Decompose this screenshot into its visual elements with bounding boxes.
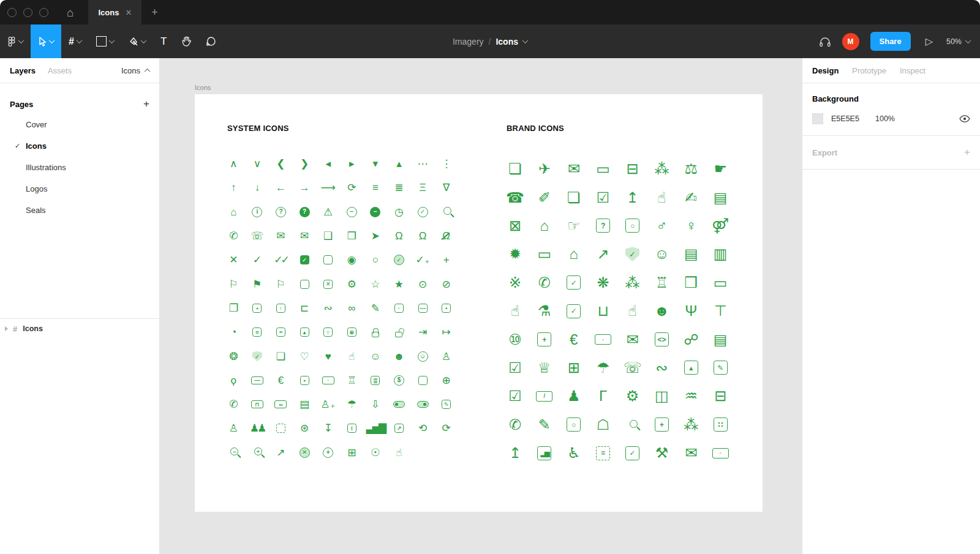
x-circle-icon[interactable]: ✕	[293, 441, 317, 465]
minus-circle-icon[interactable]: −	[340, 200, 364, 224]
trending-up-icon[interactable]: ↗	[269, 441, 293, 465]
check-add-icon[interactable]: ✓₊	[411, 248, 435, 272]
dining-table-icon[interactable]: ⊤	[706, 297, 735, 325]
euro-icon[interactable]: €	[269, 369, 293, 392]
sidebar-page-cover[interactable]: Cover	[0, 114, 159, 135]
mail-express-icon[interactable]: ✉	[618, 325, 647, 353]
bank-icon[interactable]: ♖	[340, 369, 364, 392]
warning-icon[interactable]: ⚠	[316, 200, 340, 224]
camera-icon[interactable]: ○	[316, 320, 340, 344]
send-icon[interactable]: ➤	[364, 224, 388, 248]
user-settings-icon[interactable]: ♙	[222, 416, 246, 440]
storage-boxes-icon[interactable]: ❒	[676, 269, 706, 297]
window-close-button[interactable]	[7, 8, 17, 17]
paper-plane-pencil-icon[interactable]: ✈	[530, 155, 559, 183]
caret-right-icon[interactable]: ▸	[340, 152, 364, 176]
fingerprint-icon[interactable]: ⊛	[293, 416, 317, 440]
circle-icon[interactable]: ○	[364, 248, 388, 272]
copy-icon[interactable]: ❐	[222, 296, 246, 320]
lightbulb-icon[interactable]: ☉	[364, 441, 388, 465]
businessman-icon[interactable]: ☺	[647, 240, 676, 268]
history-icon[interactable]: ⟲	[411, 416, 435, 440]
house-cursor-icon[interactable]: ⌂	[559, 240, 589, 268]
tab-close-icon[interactable]: ✕	[125, 8, 132, 17]
reception-desk-icon[interactable]: ☖	[589, 411, 618, 439]
search-icon[interactable]	[434, 200, 458, 224]
trash-x-icon[interactable]: ✕	[316, 272, 340, 296]
user-icon[interactable]: ♙	[434, 344, 458, 368]
server-security-icon[interactable]: ▤	[676, 240, 706, 268]
eye-off-icon[interactable]: ⊘	[434, 272, 458, 296]
trophy-star-icon[interactable]: ♕	[530, 354, 559, 382]
more-vertical-icon[interactable]: ⋮	[434, 152, 458, 176]
browser-bar-chart-icon[interactable]: ▂▅	[530, 439, 559, 467]
thumbs-up-icon[interactable]: ☝	[340, 344, 364, 368]
fullscreen-scan-icon[interactable]	[269, 416, 293, 440]
envelope-resume-icon[interactable]: ✉	[559, 155, 589, 183]
monitor-gallery-icon[interactable]: ▴	[676, 354, 706, 382]
face-icon[interactable]: ☻	[387, 344, 411, 368]
id-card-verified-icon[interactable]: ☑	[500, 354, 530, 382]
canvas[interactable]: Icons SYSTEM ICONS BRAND ICONS ∧∨❮❯◂▸▾▴⋯…	[159, 58, 802, 554]
pencil-ruler-icon[interactable]: ✐	[530, 183, 559, 211]
save-icon[interactable]: ▪	[246, 296, 270, 320]
checkbox-checked-icon[interactable]: ✓	[293, 248, 317, 272]
sidebar-page-icons[interactable]: ✓Icons	[0, 135, 159, 157]
frame-label[interactable]: Icons	[195, 84, 211, 91]
robot-assistant-icon[interactable]: ☻	[647, 297, 676, 325]
woman-figure-icon[interactable]: ♀	[676, 212, 706, 240]
calculator-icon[interactable]: ∷	[706, 411, 735, 439]
radio-selected-icon[interactable]: ◉	[340, 248, 364, 272]
hand-money-bag-icon[interactable]: ☞	[559, 212, 589, 240]
tab-assets[interactable]: Assets	[48, 66, 72, 75]
arrow-long-right-icon[interactable]: ⟶	[316, 176, 340, 200]
filter-lines-icon[interactable]: Ξ	[411, 176, 435, 200]
user-add-icon[interactable]: ♙₊	[316, 392, 340, 416]
icons-frame[interactable]: SYSTEM ICONS BRAND ICONS ∧∨❮❯◂▸▾▴⋯⋮↑↓←→⟶…	[195, 94, 763, 512]
home-location-icon[interactable]: ⌂	[530, 212, 559, 240]
page-selector[interactable]: Icons	[121, 66, 149, 75]
check-icon[interactable]: ✓	[246, 248, 270, 272]
sidebar-page-logos[interactable]: Logos	[0, 178, 159, 200]
trash-icon[interactable]	[293, 272, 317, 296]
calendar-edit-icon[interactable]: ✎	[434, 392, 458, 416]
tab-inspect[interactable]: Inspect	[900, 66, 925, 75]
credit-card-icon[interactable]: —	[246, 369, 270, 392]
chevron-down-icon[interactable]	[49, 37, 55, 43]
opacity-value[interactable]: 100%	[875, 114, 895, 123]
sidebar-page-illustrations[interactable]: Illustrations	[0, 157, 159, 178]
banknote-icon[interactable]: ◦	[589, 325, 618, 353]
file-tab[interactable]: Icons ✕	[88, 0, 141, 24]
shopping-bag-icon[interactable]	[411, 369, 435, 392]
phone-icon[interactable]: ✆	[222, 224, 246, 248]
filter-funnel-icon[interactable]: ∇	[434, 176, 458, 200]
plus-circle-icon[interactable]: +	[316, 441, 340, 465]
phone-calling-icon[interactable]: ☏	[246, 224, 270, 248]
location-pin-icon[interactable]: ϙ	[222, 369, 246, 392]
metro-train-icon[interactable]: ◫	[647, 382, 676, 410]
bell-off-icon[interactable]: Ω	[434, 224, 458, 248]
share-button[interactable]: Share	[870, 32, 911, 51]
browser-audit-icon[interactable]: ○	[559, 411, 589, 439]
support-headset-icon[interactable]: ☎	[500, 183, 530, 211]
chevron-down-icon[interactable]	[522, 37, 529, 43]
mail-icon[interactable]: ✉	[269, 224, 293, 248]
phone-vibrate-icon[interactable]: ☏	[618, 354, 647, 382]
team-discussion-icon[interactable]: ⁂	[647, 155, 676, 183]
download-tray-icon[interactable]: ⇩	[364, 392, 388, 416]
main-menu-button[interactable]	[0, 24, 31, 58]
bell-icon[interactable]: Ω	[387, 224, 411, 248]
zoom-in-icon[interactable]: +	[246, 441, 270, 465]
visibility-eye-icon[interactable]	[959, 115, 970, 122]
edit-pencil-icon[interactable]: ✎	[364, 296, 388, 320]
caret-left-icon[interactable]: ◂	[316, 152, 340, 176]
zoom-out-icon[interactable]: −	[222, 441, 246, 465]
document-verified-icon[interactable]: ☑	[500, 382, 530, 410]
couple-figures-icon[interactable]: ⚤	[706, 212, 735, 240]
menu-icon[interactable]: ≡	[364, 176, 388, 200]
bookmark-filled-icon[interactable]: ⚑	[246, 272, 270, 296]
interview-meeting-icon[interactable]: ☍	[676, 325, 706, 353]
check-circle-icon[interactable]: ✓	[411, 200, 435, 224]
text-tool[interactable]: T	[153, 24, 174, 58]
more-horizontal-icon[interactable]: ⋯	[411, 152, 435, 176]
